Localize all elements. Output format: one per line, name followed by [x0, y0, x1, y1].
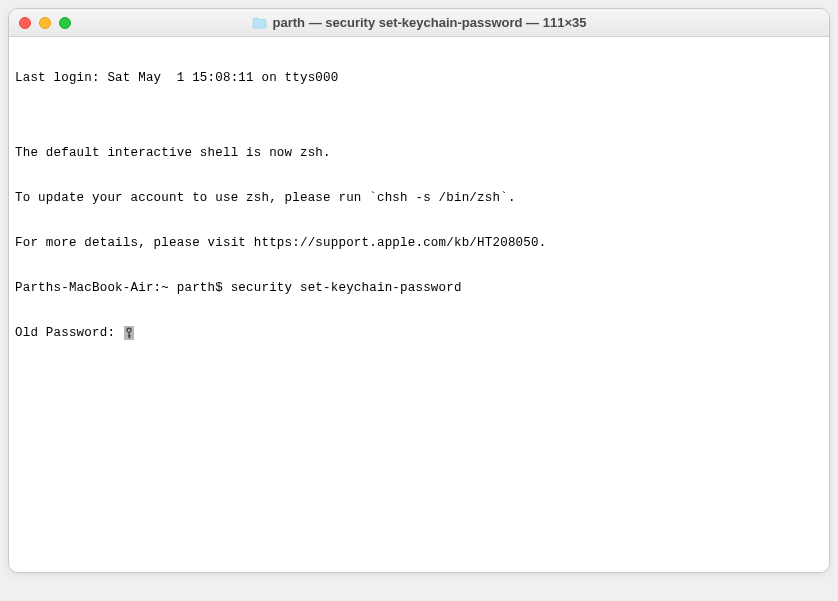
title-wrap: parth — security set-keychain-password —…	[9, 15, 829, 30]
minimize-button[interactable]	[39, 17, 51, 29]
titlebar[interactable]: parth — security set-keychain-password —…	[9, 9, 829, 37]
shell-msg-1: The default interactive shell is now zsh…	[15, 146, 823, 161]
last-login-line: Last login: Sat May 1 15:08:11 on ttys00…	[15, 71, 823, 86]
svg-rect-3	[128, 337, 130, 338]
shell-prompt: Parths-MacBook-Air:~ parth$	[15, 281, 231, 296]
svg-point-0	[127, 328, 131, 332]
prompt-line: Parths-MacBook-Air:~ parth$ security set…	[15, 281, 823, 296]
key-icon	[124, 326, 134, 340]
terminal-window: parth — security set-keychain-password —…	[8, 8, 830, 573]
folder-icon	[252, 17, 267, 29]
svg-rect-1	[128, 332, 129, 338]
password-prompt: Old Password:	[15, 326, 123, 341]
traffic-lights	[19, 17, 71, 29]
close-button[interactable]	[19, 17, 31, 29]
window-title: parth — security set-keychain-password —…	[273, 15, 587, 30]
shell-msg-3: For more details, please visit https://s…	[15, 236, 823, 251]
svg-rect-2	[128, 335, 130, 336]
zoom-button[interactable]	[59, 17, 71, 29]
terminal-body[interactable]: Last login: Sat May 1 15:08:11 on ttys00…	[9, 37, 829, 572]
shell-msg-2: To update your account to use zsh, pleas…	[15, 191, 823, 206]
password-prompt-line: Old Password:	[15, 326, 823, 341]
command-text: security set-keychain-password	[231, 281, 462, 296]
